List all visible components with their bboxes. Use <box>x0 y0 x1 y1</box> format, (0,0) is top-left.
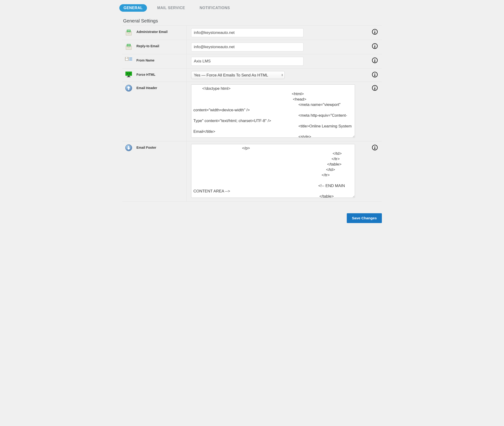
info-icon[interactable] <box>372 57 378 63</box>
info-icon[interactable] <box>372 85 378 91</box>
button-row: Save Changes <box>115 213 382 223</box>
email-footer-textarea[interactable] <box>191 144 355 198</box>
svg-rect-15 <box>127 77 130 77</box>
force-html-select[interactable]: Yes — Force All Emails To Send As HTML <box>191 71 285 79</box>
tab-mail-service[interactable]: MAIL SERVICE <box>153 4 189 12</box>
settings-table: Administrator Email Reply-to Email <box>122 26 382 202</box>
label-from-name: From Name <box>137 54 187 69</box>
svg-rect-11 <box>129 59 132 59</box>
row-force-html: < > Force HTML Yes — Force All Emails To… <box>122 69 382 82</box>
svg-rect-10 <box>129 57 132 58</box>
settings-page: GENERAL MAIL SERVICE NOTIFICATIONS Gener… <box>115 0 389 232</box>
save-button[interactable]: Save Changes <box>347 213 382 223</box>
label-reply-to: Reply-to Email <box>137 40 187 54</box>
reply-to-input[interactable] <box>191 43 303 51</box>
info-icon[interactable] <box>372 72 378 77</box>
svg-rect-8 <box>127 57 128 58</box>
admin-email-input[interactable] <box>191 28 303 37</box>
svg-text:< >: < > <box>127 72 130 75</box>
row-reply-to: Reply-to Email <box>122 40 382 54</box>
arrow-down-circle-icon <box>125 144 132 151</box>
envelope-green-icon <box>125 28 132 36</box>
info-icon[interactable] <box>372 145 378 150</box>
row-email-footer: Email Footer <box>122 142 382 202</box>
label-admin-email: Administrator Email <box>137 26 187 40</box>
tabs-bar: GENERAL MAIL SERVICE NOTIFICATIONS <box>115 4 389 12</box>
email-header-textarea[interactable] <box>191 85 355 138</box>
floppy-name-icon <box>125 57 132 63</box>
label-force-html: Force HTML <box>137 69 187 82</box>
row-admin-email: Administrator Email <box>122 26 382 40</box>
label-email-footer: Email Footer <box>137 142 187 202</box>
svg-rect-3 <box>127 44 130 46</box>
svg-rect-0 <box>127 30 130 32</box>
from-name-input[interactable] <box>191 57 303 66</box>
row-from-name: From Name <box>122 54 382 69</box>
tab-general[interactable]: GENERAL <box>119 4 147 12</box>
svg-rect-9 <box>126 59 128 60</box>
info-icon[interactable] <box>372 29 378 35</box>
arrow-up-circle-icon <box>125 85 132 92</box>
info-icon[interactable] <box>372 43 378 49</box>
svg-rect-12 <box>129 60 132 61</box>
label-email-header: Email Header <box>137 82 187 142</box>
section-title: General Settings <box>123 18 389 24</box>
monitor-code-icon: < > <box>125 71 132 78</box>
force-html-select-wrap: Yes — Force All Emails To Send As HTML ▲… <box>191 71 285 79</box>
svg-rect-14 <box>128 76 130 77</box>
tab-notifications[interactable]: NOTIFICATIONS <box>195 4 234 12</box>
row-email-header: Email Header <box>122 82 382 142</box>
envelope-green-icon <box>125 43 132 50</box>
